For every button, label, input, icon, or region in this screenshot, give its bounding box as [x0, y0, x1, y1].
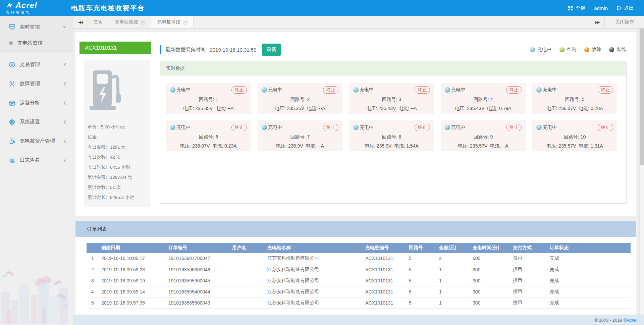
content-area: ACX1010131 单价:5.00	[73, 29, 644, 315]
terminate-button[interactable]: 终止	[415, 124, 430, 131]
accent-bar	[160, 45, 161, 54]
logo-subtext: 安科瑞电气	[6, 10, 70, 15]
sidebar-item-label: 充电桩资产管理	[20, 138, 55, 144]
pile-info-column: ACX1010131 单价:5.00	[79, 42, 155, 212]
tab-close-icon[interactable]: ×	[183, 20, 187, 24]
col-charge-minutes: 充电时间(分)	[470, 243, 510, 253]
realtime-data-title: 实时数据	[160, 61, 626, 75]
orders-header-row: 创建日期 订单编号 用户名 充电站名称 充电桩编号 回路号 金额(元) 充电时间…	[87, 243, 631, 253]
col-pay-method: 支付方式	[510, 243, 547, 253]
legend-offline: 离线	[609, 47, 626, 53]
tools-icon	[9, 80, 15, 87]
tab-charging-station-monitor[interactable]: 充电站监控 ×	[109, 16, 151, 28]
table-row: 5 2019-10-16 09:57:35 1910163585500043 江…	[87, 297, 631, 308]
fullscreen-button[interactable]: 全屏	[565, 5, 588, 11]
terminate-button[interactable]: 终止	[231, 86, 247, 94]
col-station-name: 充电站名称	[265, 243, 363, 253]
sidebar-item-log-view[interactable]: 日志查看	[0, 151, 73, 170]
chevron-left-icon	[63, 158, 66, 162]
logout-button[interactable]: 退出	[614, 5, 637, 11]
terminate-button[interactable]: 终止	[323, 124, 338, 131]
sidebar-subitem-charging-station-monitor[interactable]: 充电站监控	[0, 35, 73, 51]
tabs-scroll-back-button[interactable]: ◀◀	[73, 16, 88, 28]
terminate-button[interactable]: 终止	[415, 86, 430, 94]
realtime-column: 最新数据采集时间: 2019-10-16 10:31:59 刷新 充电中 空闲 …	[155, 42, 632, 212]
chevron-left-icon	[63, 82, 66, 86]
charging-pile-icon	[9, 138, 15, 145]
subitem-dot-icon	[9, 41, 13, 45]
vertical-scrollbar[interactable]	[639, 29, 644, 315]
yen-circle-icon	[9, 61, 15, 68]
order-list-title: 订单列表	[75, 221, 636, 237]
sidebar-item-trade-management[interactable]: 交易管理	[0, 55, 73, 74]
logout-label: 退出	[624, 5, 634, 11]
chevron-left-icon	[63, 101, 66, 105]
order-list-panel: 订单列表 创建日期 订单编号 用	[75, 221, 636, 315]
col-username: 用户名	[229, 243, 265, 253]
circuit-card-9: 充电中终止 回路号: 9 电压: 235.57V电流: --A	[441, 120, 526, 151]
sidebar-item-operation-analysis[interactable]: 运营分析	[0, 93, 73, 112]
sidebar-item-label: 日志查看	[20, 157, 40, 163]
sidebar-item-pile-asset-management[interactable]: 充电桩资产管理	[0, 131, 73, 151]
legend-fault: 故障	[584, 47, 601, 53]
charging-dot-icon	[170, 87, 175, 93]
charging-dot-icon	[536, 125, 542, 130]
terminate-button[interactable]: 终止	[323, 86, 338, 94]
city-butterfly-watermark	[0, 260, 73, 325]
table-row: 4 2019-10-16 09:59:14 1910163595400044 江…	[87, 286, 631, 297]
terminate-button[interactable]: 终止	[231, 124, 247, 131]
tabs-scroll-forward-button[interactable]: ▶▶	[590, 16, 605, 28]
sidebar-subitem-label: 充电站监控	[17, 40, 43, 46]
page-title: 电瓶车充电桩收费平台	[71, 4, 145, 13]
pile-stats-box: 单价:5.00 小时/元 位置: 今日金额:1291 元 今日次数:42 次 今…	[84, 60, 150, 207]
user-menu[interactable]: admin	[591, 5, 610, 11]
sidebar-item-realtime-monitor[interactable]: 实时监控	[0, 19, 73, 35]
collect-time-label: 最新数据采集时间:	[165, 47, 207, 53]
circuit-card-3: 充电中终止 回路号: 3 电压: 235.43V电流: --A	[349, 83, 434, 114]
tab-charging-pile-monitor[interactable]: 充电桩监控 ×	[151, 16, 194, 28]
chevron-left-icon	[63, 120, 66, 124]
charging-pump-icon	[88, 68, 147, 114]
fullscreen-label: 全屏	[575, 5, 585, 11]
circuit-card-4: 充电中终止 回路号: 4 电压: 235.43V电流: 0.79A	[441, 83, 526, 114]
terminate-button[interactable]: 终止	[598, 86, 613, 94]
stat-total-amount: 累计金额:1297.04 元	[88, 172, 147, 182]
tab-close-icon[interactable]: ×	[141, 20, 145, 24]
close-operations-dropdown[interactable]: 关闭操作	[605, 16, 644, 28]
chevron-down-icon	[62, 25, 66, 29]
stat-total-duration: 累计时长:6485.2 小时	[88, 193, 147, 203]
stat-unit-price: 单价:5.00 小时/元	[88, 122, 147, 132]
scrollbar-thumb[interactable]	[640, 29, 644, 165]
stat-location: 位置:	[88, 132, 147, 142]
charging-dot-icon	[353, 125, 359, 130]
terminate-button[interactable]: 终止	[506, 86, 522, 94]
legend-idle: 空闲	[559, 47, 576, 53]
app-header: Acrel 安科瑞电气 电瓶车充电桩收费平台 全屏 admin	[0, 0, 644, 16]
double-arrow-left-icon: ◀◀	[78, 20, 83, 24]
charging-dot-icon	[170, 125, 175, 130]
stat-today-count: 今日次数:42 次	[88, 152, 147, 162]
refresh-button[interactable]: 刷新	[262, 44, 281, 56]
charging-dot-icon	[536, 87, 542, 93]
charging-dot-icon	[262, 87, 267, 93]
tab-home[interactable]: 首页	[88, 16, 109, 28]
circuit-card-6: 充电中终止 回路号: 6 电压: 236.07V电流: 0.23A	[166, 120, 251, 151]
copyright-text: © 2003 - 2019	[594, 318, 622, 323]
circuit-card-2: 充电中终止 回路号: 2 电压: 235.35V电流: --A	[258, 83, 342, 114]
close-operations-label: 关闭操作	[615, 19, 634, 25]
pile-monitor-panel: ACX1010131 单价:5.00	[75, 32, 636, 216]
tab-bar: ◀◀ 首页 充电站监控 × 充电桩监控 × ▶▶ 关闭操作	[73, 16, 644, 29]
realtime-data-section: 实时数据 充电中终止 回路号: 1 电压: 235.35V电流: --A 充电中…	[160, 61, 627, 204]
sidebar-item-system-settings[interactable]: 系统设置	[0, 112, 73, 131]
terminate-button[interactable]: 终止	[598, 124, 613, 131]
col-amount: 金额(元)	[436, 243, 470, 253]
tab-label: 首页	[94, 19, 103, 25]
table-row: 3 2019-10-16 09:59:19 1910163595900045 江…	[87, 275, 631, 286]
acrel-link[interactable]: ©Acrel	[624, 318, 637, 323]
col-order-status: 订单状态	[547, 243, 631, 253]
terminate-button[interactable]: 终止	[506, 124, 522, 131]
sidebar-item-fault-management[interactable]: 故障管理	[0, 74, 73, 93]
col-index	[87, 243, 99, 253]
sidebar-item-label: 交易管理	[20, 61, 40, 68]
sidebar-item-label: 实时监控	[20, 24, 40, 30]
